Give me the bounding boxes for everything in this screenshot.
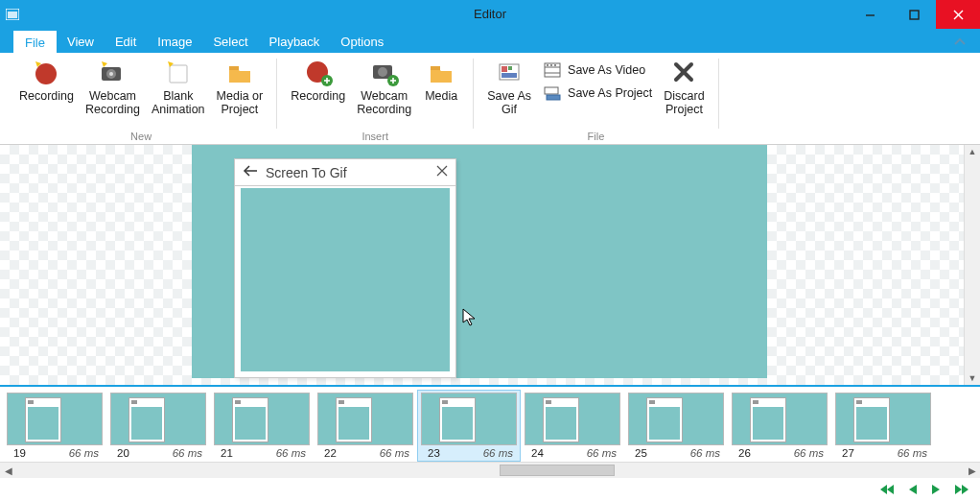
webcam-add-icon [369,57,400,87]
frame-duration: 66 ms [173,447,202,459]
nav-last-button[interactable] [953,483,970,496]
frame-thumbnail[interactable]: 2666 ms [728,390,831,462]
svg-rect-14 [229,66,239,70]
ribbon-tabs: File View Edit Image Select Playback Opt… [0,29,980,53]
frame-thumbnail[interactable]: 2166 ms [210,390,314,462]
svg-point-32 [547,64,548,66]
separator [473,59,474,129]
minimize-button[interactable] [848,0,892,29]
save-gif-button[interactable]: Save AsGif [481,55,537,120]
tab-view[interactable]: View [57,31,105,53]
frame-duration: 66 ms [69,447,99,459]
save-project-button[interactable]: Save As Project [537,82,658,105]
tab-playback[interactable]: Playback [259,31,331,53]
frame-number: 21 [221,447,233,459]
frame-thumbnail[interactable]: 2266 ms [314,390,417,462]
tab-image[interactable]: Image [147,31,202,53]
frame-number: 22 [324,447,337,459]
ribbon: Recording WebcamRecording BlankAnimation [0,53,980,145]
recorded-window-title: Screen To Gif [266,165,347,180]
new-recording-button[interactable]: Recording [13,55,80,120]
insert-media-button[interactable]: Media [417,55,465,120]
folder-icon [224,57,255,87]
playback-nav [0,478,980,501]
frame-timeline[interactable]: 1966 ms2066 ms2166 ms2266 ms2366 ms2466 … [0,387,980,462]
insert-webcam-button[interactable]: WebcamRecording [351,55,417,120]
frame-number: 23 [428,447,440,459]
nav-next-button[interactable] [930,483,942,496]
svg-marker-45 [932,485,940,494]
scroll-track[interactable] [16,463,964,478]
frame-preview: Screen To Gif [192,145,767,378]
scroll-right-icon[interactable]: ▶ [964,465,980,476]
thumb-image [110,393,206,445]
ribbon-collapse-icon[interactable] [953,36,967,49]
new-blank-button[interactable]: BlankAnimation [146,55,211,120]
new-media-button[interactable]: Media orProject [211,55,269,120]
horizontal-scrollbar[interactable]: ◀ ▶ [0,462,980,478]
film-icon [543,61,562,79]
svg-point-6 [35,63,57,84]
svg-rect-24 [431,66,440,70]
vertical-scrollbar[interactable]: ▲ ▼ [964,145,980,385]
thumb-image [732,393,828,445]
group-label-insert: Insert [362,131,388,144]
thumb-image [628,393,724,445]
frame-duration: 66 ms [690,447,720,459]
separator [718,59,719,129]
svg-rect-36 [547,95,560,100]
nav-first-button[interactable] [878,483,896,496]
group-label-new: New [130,131,152,144]
thumb-image [835,393,931,445]
thumb-image [7,393,103,445]
tab-select[interactable]: Select [202,31,258,53]
folder-icon [426,57,456,87]
maximize-button[interactable] [892,0,936,29]
webcam-icon [97,57,128,87]
thumb-image [214,393,310,445]
frame-number: 27 [842,447,854,459]
svg-marker-46 [955,485,962,494]
frame-number: 24 [531,447,544,459]
frame-thumbnail[interactable]: 1966 ms [3,390,106,462]
svg-point-20 [378,67,387,77]
insert-recording-button[interactable]: Recording [285,55,351,120]
frame-thumbnail[interactable]: 2466 ms [521,390,624,462]
preview-canvas[interactable]: Screen To Gif ▲ ▼ [0,145,980,385]
frame-number: 26 [738,447,751,459]
tab-file[interactable]: File [13,31,57,53]
frame-number: 20 [117,447,129,459]
scroll-down-icon[interactable]: ▼ [968,373,977,383]
frame-thumbnail[interactable]: 2566 ms [624,390,728,462]
svg-marker-47 [962,485,968,494]
frame-duration: 66 ms [483,447,513,459]
svg-rect-27 [508,66,512,70]
new-webcam-button[interactable]: WebcamRecording [80,55,146,120]
scroll-up-icon[interactable]: ▲ [968,147,977,156]
frame-thumbnail[interactable]: 2766 ms [831,390,935,462]
nav-prev-button[interactable] [907,483,919,496]
frame-duration: 66 ms [380,447,409,459]
close-button[interactable] [936,0,980,29]
project-icon [543,84,562,102]
save-video-button[interactable]: Save As Video [537,59,658,82]
frame-thumbnail[interactable]: 2366 ms [417,390,521,462]
thumb-image [525,393,620,445]
frame-thumbnail[interactable]: 2066 ms [106,390,210,462]
recorded-window: Screen To Gif [234,158,456,378]
svg-marker-44 [909,485,917,494]
cursor-icon [462,308,478,330]
svg-marker-42 [880,485,887,494]
scroll-thumb[interactable] [500,465,615,476]
scroll-left-icon[interactable]: ◀ [0,465,16,476]
svg-rect-3 [910,11,919,19]
tab-edit[interactable]: Edit [105,31,147,53]
frame-duration: 66 ms [276,447,306,459]
record-add-icon [303,57,334,87]
discard-button[interactable]: DiscardProject [658,55,710,120]
tab-options[interactable]: Options [330,31,394,53]
gif-icon [494,57,525,87]
svg-marker-43 [887,485,894,494]
close-icon [436,165,448,179]
separator [276,59,277,129]
